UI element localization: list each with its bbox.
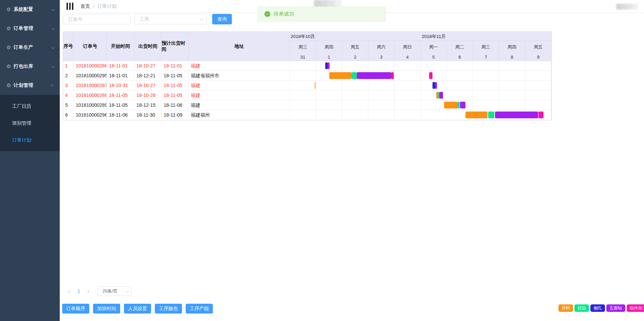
page-number[interactable]: 1 xyxy=(74,288,84,294)
table-cell: 18-11-05 xyxy=(162,91,189,100)
gantt-grid-cell xyxy=(499,61,525,71)
table-header: 序号订单号开始时间出货时间预计出货时间地址2018年10月2018年11月周三3… xyxy=(63,32,551,61)
day-header: 周日4 xyxy=(394,41,421,61)
breadcrumb: 首页 / 订单计划 xyxy=(80,3,116,9)
prev-page-icon[interactable]: ‹ xyxy=(65,288,74,295)
gantt-bar[interactable] xyxy=(429,72,433,79)
gantt-bar[interactable] xyxy=(495,112,538,118)
gantt-grid-cell xyxy=(290,100,316,110)
gantt-grid-cell xyxy=(316,110,342,120)
day-row: 周三31周四1周五2周六3周日4周一5周二6周三7周四8周五9 xyxy=(290,41,551,61)
gantt-grid-cell xyxy=(290,61,316,71)
next-page-icon[interactable]: › xyxy=(84,288,93,295)
gantt-grid-cell xyxy=(421,71,447,80)
date-label: 2 xyxy=(342,55,368,60)
page-size-select[interactable]: 20条/页 xyxy=(98,286,132,296)
sidebar-item-3[interactable]: ⚙打包出库 xyxy=(0,57,60,76)
gantt-bar[interactable] xyxy=(439,92,443,99)
table-row[interactable]: 610181000029618-11-0618-11-3018-11-09福建福… xyxy=(63,110,551,120)
sidebar-item-label: 计划管理 xyxy=(14,82,51,88)
table-cell: 101810000288 xyxy=(74,91,107,100)
gantt-bar[interactable] xyxy=(352,72,357,79)
gantt-bar[interactable] xyxy=(444,102,458,108)
gantt-grid-cell xyxy=(316,91,342,100)
action-button-2[interactable]: 人员设置 xyxy=(124,304,151,314)
gantt-grid-cell xyxy=(499,81,525,90)
date-label: 4 xyxy=(394,55,420,60)
gantt-grid-cell xyxy=(368,81,394,90)
breadcrumb-home[interactable]: 首页 xyxy=(80,3,90,9)
sidebar-item-1[interactable]: ⚙订单管理 xyxy=(0,19,60,38)
action-button-1[interactable]: 加班时间 xyxy=(93,304,120,314)
chevron-down-icon xyxy=(51,45,55,49)
order-number-input[interactable] xyxy=(63,14,131,24)
legend-button[interactable]: 开料 xyxy=(558,304,573,312)
sidebar-item-0[interactable]: ⚙系统配置 xyxy=(0,0,60,19)
table-cell: 101810000296 xyxy=(74,110,107,120)
sidebar-subitem-0[interactable]: 工厂日历 xyxy=(0,98,60,115)
table-cell: 18-11-05 xyxy=(107,100,134,110)
gantt-grid-cell xyxy=(394,61,421,71)
sidebar-item-2[interactable]: ⚙订单生产 xyxy=(0,38,60,57)
day-header: 周五9 xyxy=(525,41,551,61)
table-cell: 18-12-21 xyxy=(134,71,162,80)
gantt-bar[interactable] xyxy=(458,102,459,108)
gantt-bar[interactable] xyxy=(465,112,487,118)
gantt-bar[interactable] xyxy=(433,82,435,89)
gantt-bar[interactable] xyxy=(538,112,544,118)
gantt-bar[interactable] xyxy=(391,72,394,79)
process-select[interactable]: 工序 xyxy=(134,14,207,24)
table-row[interactable]: 310181000028718-10-3118-10-2718-11-05福建 xyxy=(63,81,551,91)
weekday-label: 周日 xyxy=(394,44,420,50)
hamburger-icon[interactable] xyxy=(67,3,73,10)
legend-button[interactable]: 五面钻 xyxy=(606,304,625,312)
date-label: 1 xyxy=(316,55,342,60)
gantt-bar[interactable] xyxy=(435,82,437,89)
day-header: 周一5 xyxy=(421,41,447,61)
gantt-bar[interactable] xyxy=(329,72,352,79)
gantt-grid-cell xyxy=(342,81,368,90)
gantt-bar[interactable] xyxy=(488,112,494,118)
sidebar-item-4[interactable]: ⚙计划管理 xyxy=(0,76,60,95)
table-row[interactable]: 210181000029518-11-0118-12-2118-11-05福建省… xyxy=(63,71,551,81)
gantt-bar[interactable] xyxy=(460,102,466,108)
gantt-bar[interactable] xyxy=(436,92,438,99)
table-cell: 18-11-30 xyxy=(134,110,162,120)
sidebar-subitem-1[interactable]: 班别管理 xyxy=(0,115,60,132)
legend-button[interactable]: 封边 xyxy=(574,304,589,312)
table-cell: 18-11-05 xyxy=(162,71,189,80)
weekday-label: 周五 xyxy=(342,44,368,50)
table-cell: 18-10-27 xyxy=(134,61,162,71)
action-button-0[interactable]: 订单顺序 xyxy=(62,304,89,314)
app-root: ⚙系统配置⚙订单管理⚙订单生产⚙打包出库⚙计划管理 工厂日历班别管理订单计划 首… xyxy=(0,0,644,321)
gantt-bar[interactable] xyxy=(357,72,391,79)
gantt-bar[interactable] xyxy=(329,62,330,69)
table-cell: 18-11-01 xyxy=(107,61,134,71)
table-row[interactable]: 110181000028618-11-0118-10-2718-11-01福建 xyxy=(63,61,551,71)
table-row[interactable]: 510181000028918-11-0518-12-1518-11-06福建 xyxy=(63,100,551,110)
sidebar-subitem-2[interactable]: 订单计划 xyxy=(0,132,60,148)
column-header: 地址 xyxy=(189,32,290,61)
legend-button[interactable]: 组件加工 xyxy=(627,304,644,312)
gantt-grid-cell xyxy=(447,61,473,71)
search-button[interactable]: 查询 xyxy=(212,14,232,24)
weekday-label: 周三 xyxy=(290,44,316,50)
gear-icon: ⚙ xyxy=(6,25,14,32)
pagination: ‹ 1 › 20条/页 xyxy=(65,286,132,296)
action-buttons: 订单顺序加班时间人员设置工序颜色工序产能 xyxy=(62,304,217,314)
gantt-track xyxy=(290,71,551,80)
table-cell: 福建 xyxy=(189,100,290,110)
table-row[interactable]: 410181000028818-11-0518-10-2818-11-05福建 xyxy=(63,91,551,100)
column-header: 序号 xyxy=(63,32,74,61)
gantt-bar[interactable] xyxy=(325,62,328,69)
column-header: 出货时间 xyxy=(134,32,162,61)
table-cell: 18-11-01 xyxy=(107,71,134,80)
date-label: 6 xyxy=(447,55,473,60)
day-header: 周三31 xyxy=(290,41,316,61)
sidebar-item-label: 订单生产 xyxy=(14,44,51,51)
legend-button[interactable]: 侧孔 xyxy=(590,304,605,312)
gantt-grid-cell xyxy=(342,91,368,100)
action-button-4[interactable]: 工序产能 xyxy=(186,304,213,314)
chevron-down-icon xyxy=(200,17,203,20)
action-button-3[interactable]: 工序颜色 xyxy=(155,304,182,314)
